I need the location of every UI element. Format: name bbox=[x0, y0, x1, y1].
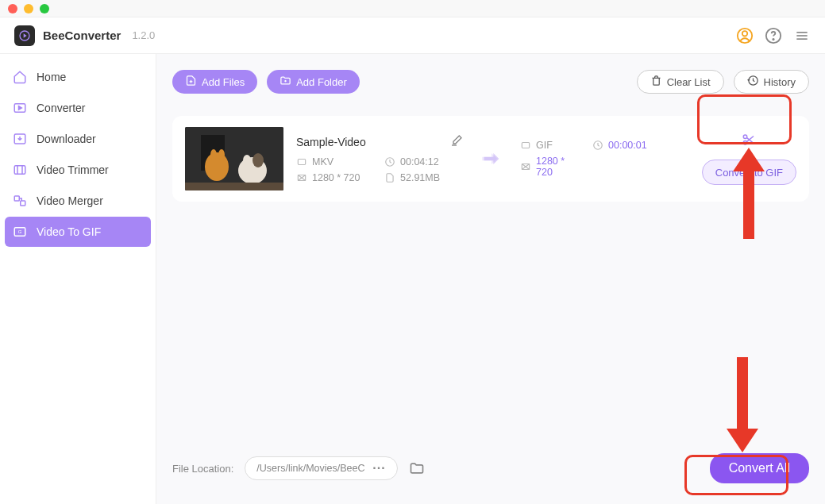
window-titlebar bbox=[0, 0, 825, 17]
svg-marker-44 bbox=[727, 357, 758, 452]
scissors-icon[interactable] bbox=[742, 133, 756, 150]
maximize-window-icon[interactable] bbox=[40, 4, 49, 13]
merger-icon bbox=[13, 194, 27, 208]
clock-icon bbox=[384, 156, 395, 167]
svg-point-5 bbox=[773, 38, 773, 39]
history-button[interactable]: History bbox=[734, 70, 809, 94]
user-account-icon[interactable] bbox=[736, 27, 754, 44]
svg-rect-31 bbox=[185, 183, 283, 190]
svg-text:G: G bbox=[18, 229, 22, 234]
sidebar-item-trimmer[interactable]: Video Trimmer bbox=[5, 155, 151, 185]
resolution-icon bbox=[520, 161, 531, 172]
add-folder-icon bbox=[279, 75, 291, 89]
file-location-path-box: /Users/link/Movies/BeeC ··· bbox=[245, 456, 397, 480]
dst-resolution[interactable]: 1280 * 720 bbox=[536, 156, 583, 178]
minimize-window-icon[interactable] bbox=[24, 4, 33, 13]
sidebar-item-video-to-gif[interactable]: G Video To GIF bbox=[5, 217, 151, 247]
app-logo-icon bbox=[14, 25, 35, 46]
open-folder-icon[interactable] bbox=[409, 460, 425, 476]
svg-rect-33 bbox=[298, 160, 305, 165]
sidebar-item-label: Home bbox=[37, 71, 66, 83]
svg-rect-15 bbox=[14, 196, 19, 201]
video-name: Sample-Video bbox=[296, 136, 366, 148]
sidebar-item-home[interactable]: Home bbox=[5, 62, 151, 92]
app-name: BeeConverter bbox=[43, 29, 121, 42]
add-folder-button[interactable]: Add Folder bbox=[267, 70, 360, 94]
file-item-card: Sample-Video MKV 00:04:12 1280 * 720 52.… bbox=[172, 116, 809, 202]
src-size: 52.91MB bbox=[400, 172, 440, 183]
add-file-icon bbox=[185, 75, 197, 89]
sidebar: Home Converter Downloader Video Trimmer … bbox=[0, 54, 156, 504]
sidebar-item-label: Video To GIF bbox=[37, 225, 101, 238]
dst-duration[interactable]: 00:00:01 bbox=[608, 140, 647, 151]
format-icon bbox=[520, 140, 531, 151]
sidebar-item-label: Video Trimmer bbox=[37, 164, 109, 176]
sidebar-item-merger[interactable]: Video Merger bbox=[5, 186, 151, 216]
footer-bar: File Location: /Users/link/Movies/BeeC ·… bbox=[172, 448, 809, 488]
svg-point-3 bbox=[742, 31, 747, 36]
convert-all-button[interactable]: Convert All bbox=[710, 453, 809, 483]
convert-to-gif-button[interactable]: Convert to GIF bbox=[702, 160, 796, 185]
main-content: Add Files Add Folder Clear List History bbox=[156, 54, 825, 504]
trimmer-icon bbox=[13, 163, 27, 177]
sidebar-item-label: Video Merger bbox=[37, 194, 103, 207]
size-icon bbox=[384, 172, 395, 183]
help-icon[interactable] bbox=[765, 27, 782, 44]
src-duration: 00:04:12 bbox=[400, 156, 439, 167]
sidebar-item-label: Downloader bbox=[37, 133, 96, 145]
file-location-path: /Users/link/Movies/BeeC bbox=[256, 463, 368, 474]
source-info: Sample-Video MKV 00:04:12 1280 * 720 52.… bbox=[296, 134, 463, 183]
app-version: 1.2.0 bbox=[132, 29, 155, 41]
svg-point-29 bbox=[253, 153, 264, 167]
menu-icon[interactable] bbox=[793, 27, 811, 44]
resolution-icon bbox=[296, 172, 307, 183]
arrow-down-icon bbox=[727, 357, 758, 452]
svg-rect-16 bbox=[21, 201, 25, 206]
destination-info: GIF 00:00:01 1280 * 720 bbox=[520, 140, 655, 178]
clear-list-button[interactable]: Clear List bbox=[637, 70, 724, 94]
item-actions: Convert to GIF bbox=[702, 133, 796, 185]
edit-name-icon[interactable] bbox=[450, 134, 463, 150]
svg-point-25 bbox=[205, 152, 229, 181]
toolbar: Add Files Add Folder Clear List History bbox=[172, 70, 809, 94]
format-icon bbox=[296, 156, 307, 167]
video-thumbnail bbox=[185, 127, 283, 190]
sidebar-item-label: Converter bbox=[37, 102, 85, 114]
home-icon bbox=[13, 70, 27, 84]
svg-point-30 bbox=[243, 155, 251, 166]
app-header: BeeConverter 1.2.0 bbox=[0, 17, 825, 54]
download-icon bbox=[13, 132, 27, 146]
convert-arrow-icon bbox=[476, 148, 507, 170]
svg-point-27 bbox=[218, 149, 225, 160]
add-files-button[interactable]: Add Files bbox=[172, 70, 257, 94]
converter-icon bbox=[13, 101, 27, 115]
svg-rect-23 bbox=[185, 127, 283, 190]
gif-icon: G bbox=[13, 225, 27, 239]
trash-icon bbox=[650, 75, 662, 89]
path-more-icon[interactable]: ··· bbox=[368, 461, 390, 475]
svg-rect-12 bbox=[14, 166, 25, 175]
clock-icon bbox=[592, 140, 603, 151]
svg-rect-36 bbox=[522, 143, 529, 148]
sidebar-item-converter[interactable]: Converter bbox=[5, 93, 151, 123]
svg-marker-10 bbox=[19, 106, 22, 110]
file-location-label: File Location: bbox=[172, 463, 233, 475]
dst-format: GIF bbox=[536, 140, 553, 151]
src-format: MKV bbox=[312, 156, 333, 167]
sidebar-item-downloader[interactable]: Downloader bbox=[5, 124, 151, 154]
src-resolution: 1280 * 720 bbox=[312, 172, 360, 183]
history-icon bbox=[747, 75, 759, 89]
svg-marker-1 bbox=[24, 33, 27, 37]
close-window-icon[interactable] bbox=[8, 4, 17, 13]
svg-point-26 bbox=[210, 149, 217, 160]
